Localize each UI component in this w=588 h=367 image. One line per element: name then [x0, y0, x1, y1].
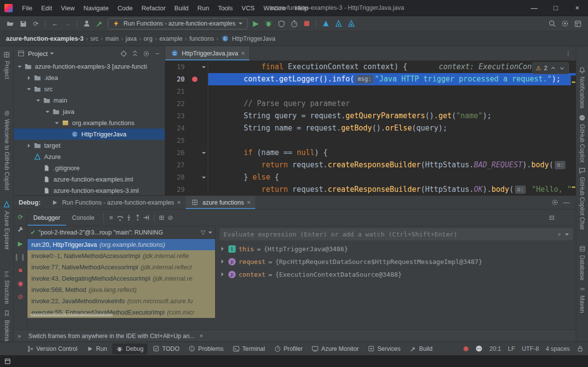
tree-toggle-icon[interactable] [26, 142, 33, 149]
copilot-status-icon[interactable] [475, 345, 483, 352]
back-icon[interactable]: ← [49, 18, 61, 29]
menu-navigate[interactable]: Navigate [79, 0, 113, 16]
tree-toggle-icon[interactable] [17, 63, 24, 70]
variable-row-request[interactable]: prequest = {RpcHttpRequestDataSource$Htt… [217, 255, 576, 268]
evaluate-dropdown-icon[interactable] [565, 234, 569, 237]
pause-icon[interactable]: ❙❙ [16, 252, 25, 261]
expand-chevron-icon[interactable] [221, 247, 225, 251]
inspection-widget[interactable]: ⚠ 2 [532, 62, 569, 74]
thread-dropdown-icon[interactable] [208, 232, 212, 236]
run-to-cursor-icon[interactable] [142, 213, 151, 222]
view-breakpoints-icon[interactable]: ⊞ [157, 213, 166, 222]
code-line-22[interactable]: 22 // Parse query parameter [165, 98, 576, 110]
status-button-debug[interactable]: Debug [112, 343, 147, 354]
expand-chevron-icon[interactable] [221, 260, 225, 263]
run-configuration-select[interactable]: Run Functions - azure-function-examples [108, 18, 247, 29]
frame-row[interactable]: invoke:43, DelegatingMethodAccessorImpl(… [27, 273, 215, 284]
code-line-20[interactable]: 20 context.getLogger().info(msg:"Java HT… [165, 73, 576, 85]
minimize-panel-icon[interactable]: — [562, 198, 571, 207]
caret-position[interactable]: 20:1 [490, 345, 501, 352]
fold-marker-icon[interactable] [202, 152, 206, 156]
hide-panel-icon[interactable]: − [153, 49, 162, 58]
stop-icon[interactable] [300, 18, 313, 29]
code-line-27[interactable]: 27 return request.createResponseBuilder(… [165, 159, 576, 171]
coverage-icon[interactable] [275, 18, 288, 29]
tool-stripe-project[interactable]: Project [2, 50, 11, 79]
line-ending[interactable]: LF [508, 345, 515, 352]
menu-build[interactable]: Build [170, 0, 193, 16]
code-line-26[interactable]: 26 if (name == null) { [165, 147, 576, 159]
layout-settings-icon[interactable]: ⊟ [547, 213, 556, 222]
tool-stripe-notifications[interactable]: Notifications [578, 66, 587, 108]
prev-issue-icon[interactable] [550, 64, 556, 73]
tree-item-idea[interactable]: .idea [14, 72, 165, 83]
frame-row[interactable]: run:20, HttpTriggerJava(org.example.func… [27, 239, 215, 250]
mute-breakpoints-icon[interactable]: ⊘ [166, 213, 175, 222]
editor-tab[interactable]: C HttpTriggerJava.java × [165, 46, 250, 60]
tool-stripe-database[interactable]: Database [578, 244, 587, 280]
debug-tab-run-functions-azure-function-examples[interactable]: Run Functions - azure-function-examples× [46, 196, 186, 209]
tool-stripe-welcome-to-github-copilot[interactable]: @Welcome to GitHub Copilot [2, 108, 11, 190]
menu-tools[interactable]: Tools [214, 0, 237, 16]
tree-toggle-icon[interactable] [45, 108, 51, 115]
read-only-lock-icon[interactable] [577, 345, 583, 352]
show-execution-point-icon[interactable]: ≡ [107, 213, 116, 222]
tree-item-org-example-functions[interactable]: org.example.functions [14, 117, 165, 129]
tree-item-target[interactable]: target [14, 140, 165, 151]
file-encoding[interactable]: UTF-8 [522, 345, 539, 352]
tree-item-main[interactable]: main [14, 95, 165, 106]
next-issue-icon[interactable] [559, 64, 565, 73]
tree-item-azure[interactable]: Azure [14, 151, 165, 162]
menu-edit[interactable]: Edit [37, 0, 56, 16]
filter-funnel-icon[interactable]: ▽ [200, 229, 205, 236]
breadcrumb-item-azure-function-examples-3[interactable]: azure-function-examples-3 [6, 35, 83, 42]
project-view-title[interactable]: Project [28, 50, 48, 57]
breakpoint-icon[interactable] [192, 77, 197, 82]
fold-marker-icon[interactable] [202, 66, 206, 70]
step-out-icon[interactable] [133, 213, 142, 222]
debug-icon[interactable] [262, 18, 275, 29]
code-line-19[interactable]: 19 final ExecutionContext context) {cont… [165, 61, 576, 73]
tool-stripe-azure-explorer[interactable]: Azure Explorer [2, 200, 11, 250]
sync-icon[interactable]: ⟳ [29, 18, 42, 29]
azure-deploy-icon[interactable] [319, 18, 332, 29]
code-line-23[interactable]: 23 String query = request.getQueryParame… [165, 110, 576, 122]
collapse-all-icon[interactable] [130, 49, 139, 58]
code-line-21[interactable]: 21 [165, 85, 576, 98]
tool-stripe-github-copilot[interactable]: GitHub Copilot [578, 113, 587, 162]
breadcrumb-item-java[interactable]: java [125, 35, 137, 42]
code-line-24[interactable]: 24 String name = request.getBody().orEls… [165, 122, 576, 134]
code-line-25[interactable]: 25 [165, 134, 576, 147]
build-hammer-icon[interactable] [93, 18, 106, 29]
tree-item-httptriggerjava[interactable]: CHttpTriggerJava [14, 129, 165, 140]
thread-selector[interactable]: ✔ "pool-2-thread-2"@3...roup "main": RUN… [27, 226, 215, 239]
breadcrumb-item-example[interactable]: example [159, 35, 182, 42]
tree-toggle-icon[interactable] [35, 97, 42, 104]
more-chevrons-icon[interactable]: » [18, 333, 21, 340]
code-line-29[interactable]: 29 return request.createResponseBuilder(… [165, 184, 576, 195]
frame-row[interactable]: invoke:22, JavaMethodInvokeInfo(com.micr… [27, 295, 215, 307]
breadcrumb-item-src[interactable]: src [90, 35, 98, 42]
settings-gear-icon[interactable] [559, 18, 571, 29]
project-options-gear-icon[interactable] [142, 49, 150, 58]
stop-debug-icon[interactable]: ■ [16, 265, 25, 274]
tree-toggle-icon[interactable] [26, 75, 33, 81]
status-button-profiler[interactable]: Profiler [270, 343, 307, 354]
tree-toggle-icon[interactable] [26, 86, 33, 93]
variable-row-context[interactable]: pcontext = {ExecutionContextDataSource@3… [217, 268, 576, 281]
debug-tab-azure-functions[interactable]: azure functions× [186, 196, 255, 209]
close-icon[interactable]: × [566, 0, 588, 16]
breadcrumb-item-main[interactable]: main [105, 35, 119, 42]
status-button-azure-monitor[interactable]: Azure Monitor [308, 343, 363, 354]
azure-run-function-icon[interactable] [332, 18, 345, 29]
breakpoints-list-icon[interactable]: ◉ [16, 279, 25, 288]
frame-row[interactable]: invoke:568, Method(java.lang.reflect) [27, 284, 215, 295]
tree-item-gitignore[interactable]: .gitignore [14, 162, 165, 174]
status-button-version-control[interactable]: Version Control [23, 343, 81, 354]
frame-row[interactable]: invoke:77, NativeMethodAccessorImpl(jdk.… [27, 262, 215, 273]
tab-close-icon[interactable]: × [177, 199, 181, 206]
breadcrumb-item-httptriggerjava[interactable]: CHttpTriggerJava [220, 34, 275, 43]
menu-run[interactable]: Run [193, 0, 214, 16]
tree-item-azure-function-examples-3-iml[interactable]: azure-function-examples-3.iml [14, 185, 165, 195]
tree-item-java[interactable]: java [14, 106, 165, 117]
